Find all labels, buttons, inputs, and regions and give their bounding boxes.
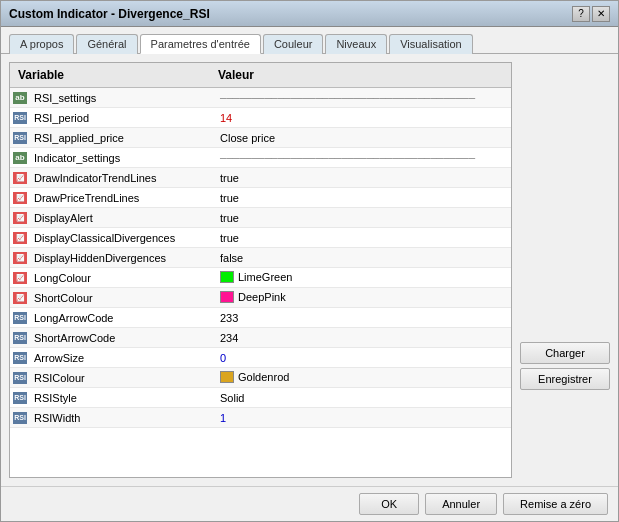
tab-couleur[interactable]: Couleur [263,34,324,54]
table-row[interactable]: RSI ShortArrowCode 234 [10,328,511,348]
annuler-button[interactable]: Annuler [425,493,497,515]
table-row[interactable]: ab RSI_settings ────────────────────────… [10,88,511,108]
table-row[interactable]: RSI RSIColour Goldenrod [10,368,511,388]
graph-icon: 📈 [13,272,27,284]
ab-icon: ab [13,92,27,104]
row-value-7: true [216,230,511,246]
parameters-table: Variable Valeur ab RSI_settings ────────… [9,62,512,478]
graph-icon: 📈 [13,212,27,224]
table-row[interactable]: RSI LongArrowCode 233 [10,308,511,328]
row-icon-5: 📈 [10,192,30,204]
table-row[interactable]: 📈 DisplayAlert true [10,208,511,228]
table-row[interactable]: RSI RSIWidth 1 [10,408,511,428]
row-icon-7: 📈 [10,232,30,244]
table-row[interactable]: RSI RSI_applied_price Close price [10,128,511,148]
close-button[interactable]: ✕ [592,6,610,22]
table-row[interactable]: 📈 ShortColour DeepPink [10,288,511,308]
graph-icon: 📈 [13,192,27,204]
table-row[interactable]: 📈 DisplayHiddenDivergences false [10,248,511,268]
rsi-icon: RSI [13,392,27,404]
row-value-5: true [216,190,511,206]
window-title: Custom Indicator - Divergence_RSI [9,7,210,21]
rsi-color-label: Goldenrod [238,371,289,383]
tab-apropos[interactable]: A propos [9,34,74,54]
row-value-10: DeepPink [216,289,511,307]
row-icon-4: 📈 [10,172,30,184]
row-value-16: 1 [216,410,511,426]
row-icon-11: RSI [10,312,30,324]
row-value-13: 0 [216,350,511,366]
color-swatch-rsi: Goldenrod [220,371,289,383]
bottom-bar: OK Annuler Remise a zéro [1,486,618,521]
row-name-7: DisplayClassicalDivergences [30,230,216,246]
short-color-swatch [220,291,234,303]
row-value-12: 234 [216,330,511,346]
graph-icon: 📈 [13,172,27,184]
row-name-0: RSI_settings [30,90,216,106]
row-icon-13: RSI [10,352,30,364]
row-value-0: ──────────────────────────────────────── [216,91,511,105]
table-row[interactable]: RSI ArrowSize 0 [10,348,511,368]
rsi-icon: RSI [13,412,27,424]
table-row[interactable]: 📈 DrawPriceTrendLines true [10,188,511,208]
color-swatch-short: DeepPink [220,291,286,303]
charger-button[interactable]: Charger [520,342,610,364]
table-row[interactable]: 📈 DrawIndicatorTrendLines true [10,168,511,188]
rsi-icon: RSI [13,332,27,344]
remise-button[interactable]: Remise a zéro [503,493,608,515]
row-name-1: RSI_period [30,110,216,126]
row-value-11: 233 [216,310,511,326]
row-value-15: Solid [216,390,511,406]
row-value-4: true [216,170,511,186]
enregistrer-button[interactable]: Enregistrer [520,368,610,390]
row-icon-15: RSI [10,392,30,404]
content-area: Variable Valeur ab RSI_settings ────────… [1,54,618,486]
rsi-icon: RSI [13,312,27,324]
row-icon-8: 📈 [10,252,30,264]
ok-button[interactable]: OK [359,493,419,515]
row-icon-3: ab [10,152,30,164]
row-icon-0: ab [10,92,30,104]
table-row[interactable]: RSI RSIStyle Solid [10,388,511,408]
header-value: Valeur [214,66,507,84]
graph-icon: 📈 [13,232,27,244]
table-header: Variable Valeur [10,63,511,88]
row-name-11: LongArrowCode [30,310,216,326]
row-name-6: DisplayAlert [30,210,216,226]
row-icon-14: RSI [10,372,30,384]
row-value-2: Close price [216,130,511,146]
graph-icon: 📈 [13,292,27,304]
ab-icon: ab [13,152,27,164]
help-button[interactable]: ? [572,6,590,22]
row-icon-9: 📈 [10,272,30,284]
tab-general[interactable]: Général [76,34,137,54]
row-name-3: Indicator_settings [30,150,216,166]
row-name-2: RSI_applied_price [30,130,216,146]
rsi-icon: RSI [13,132,27,144]
title-buttons: ? ✕ [572,6,610,22]
row-name-16: RSIWidth [30,410,216,426]
row-value-8: false [216,250,511,266]
rsi-icon: RSI [13,352,27,364]
side-buttons: Charger Enregistrer [520,62,610,478]
tab-visualisation[interactable]: Visualisation [389,34,473,54]
tab-niveaux[interactable]: Niveaux [325,34,387,54]
row-value-3: ──────────────────────────────────────── [216,151,511,165]
rsi-icon: RSI [13,372,27,384]
table-row[interactable]: RSI RSI_period 14 [10,108,511,128]
table-row[interactable]: 📈 DisplayClassicalDivergences true [10,228,511,248]
row-name-13: ArrowSize [30,350,216,366]
row-value-9: LimeGreen [216,269,511,287]
long-color-swatch [220,271,234,283]
table-row[interactable]: ab Indicator_settings ──────────────────… [10,148,511,168]
graph-icon: 📈 [13,252,27,264]
table-row[interactable]: 📈 LongColour LimeGreen [10,268,511,288]
row-name-14: RSIColour [30,370,216,386]
row-name-10: ShortColour [30,290,216,306]
rsi-color-swatch [220,371,234,383]
title-bar: Custom Indicator - Divergence_RSI ? ✕ [1,1,618,27]
short-color-label: DeepPink [238,291,286,303]
tab-parametres[interactable]: Parametres d'entrée [140,34,261,54]
row-icon-16: RSI [10,412,30,424]
row-name-15: RSIStyle [30,390,216,406]
